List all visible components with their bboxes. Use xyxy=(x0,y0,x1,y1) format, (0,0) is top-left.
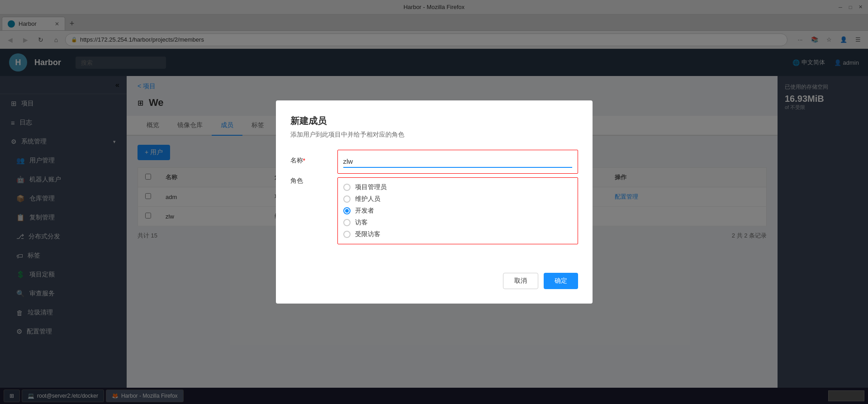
radio-developer xyxy=(343,207,351,214)
role-label-developer: 开发者 xyxy=(355,207,374,215)
modal-subtitle: 添加用户到此项目中并给予相对应的角色 xyxy=(290,131,578,139)
name-label: 名称 xyxy=(290,150,327,171)
create-member-modal: 新建成员 添加用户到此项目中并给予相对应的角色 名称 角色 项目管理员 xyxy=(276,100,593,304)
role-label-guest: 访客 xyxy=(355,219,368,227)
radio-limited-guest xyxy=(343,231,351,238)
name-input[interactable] xyxy=(343,156,572,168)
modal-body: 名称 角色 项目管理员 维护人员 xyxy=(290,150,578,262)
modal-labels: 名称 角色 xyxy=(290,150,327,262)
role-option-maintainer[interactable]: 维护人员 xyxy=(343,195,572,203)
role-label-project-admin: 项目管理员 xyxy=(355,183,387,191)
role-label-limited-guest: 受限访客 xyxy=(355,230,380,238)
confirm-button[interactable]: 确定 xyxy=(544,273,578,289)
role-label: 角色 xyxy=(290,171,327,262)
name-field-box xyxy=(337,150,578,174)
modal-footer: 取消 确定 xyxy=(290,273,578,289)
role-option-project-admin[interactable]: 项目管理员 xyxy=(343,183,572,191)
radio-project-admin xyxy=(343,184,351,191)
role-label-maintainer: 维护人员 xyxy=(355,195,380,203)
modal-fields: 项目管理员 维护人员 开发者 访客 xyxy=(337,150,578,262)
modal-title: 新建成员 xyxy=(290,115,578,127)
cancel-button[interactable]: 取消 xyxy=(503,273,538,289)
radio-maintainer xyxy=(343,195,351,203)
role-option-guest[interactable]: 访客 xyxy=(343,219,572,227)
modal-overlay: 新建成员 添加用户到此项目中并给予相对应的角色 名称 角色 项目管理员 xyxy=(0,0,868,404)
role-option-developer[interactable]: 开发者 xyxy=(343,207,572,215)
role-option-limited-guest[interactable]: 受限访客 xyxy=(343,230,572,238)
role-options: 项目管理员 维护人员 开发者 访客 xyxy=(337,177,578,244)
radio-guest xyxy=(343,219,351,226)
